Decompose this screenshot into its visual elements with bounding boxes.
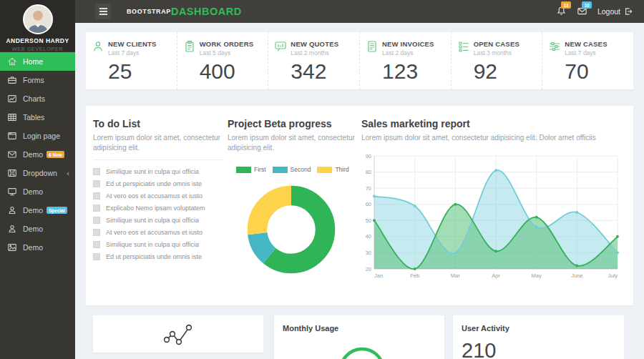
stat-title: OPEN CASES (474, 40, 519, 48)
person-outline-icon (92, 40, 104, 53)
sidebar-badge: Special (47, 207, 67, 214)
legend-label: Second (291, 166, 311, 173)
envelope-icon (7, 149, 17, 159)
legend-item[interactable]: First (236, 166, 266, 173)
svg-text:June: June (571, 272, 582, 279)
top-navbar: BOOTSTRAP DASHBOARD 13 10 Logout (75, 0, 644, 23)
stat-period: Last 2 months (291, 49, 338, 56)
sidebar-item-forms[interactable]: Forms (0, 71, 75, 89)
browser-icon (7, 131, 17, 141)
sidebar-item-home[interactable]: Home (0, 52, 75, 71)
stat-title: WORK ORDERS (200, 40, 254, 48)
todo-checkbox[interactable] (93, 241, 100, 248)
stat-card-work-orders: WORK ORDERS Last 5 days 400 (177, 32, 268, 89)
stat-card-new-quotes: NEW QUOTES Last 2 months 342 (268, 32, 359, 89)
svg-text:80: 80 (366, 169, 371, 175)
sidebar-item-label: Dropdown (23, 169, 57, 177)
stat-card-new-invoices: NEW INVOICES Last 2 days 123 (359, 32, 451, 89)
todo-checkbox[interactable] (93, 192, 100, 200)
todo-checkbox[interactable] (93, 217, 100, 224)
person-icon (7, 205, 17, 215)
sidebar-item-label: Demo (23, 150, 43, 159)
sidebar-item-demo[interactable]: Demo (0, 182, 75, 201)
sidebar-item-dropdown[interactable]: Dropdown‹ (0, 164, 75, 182)
todo-checkbox[interactable] (93, 168, 100, 175)
main-panel: To do List Lorem ipsum dolor sit amet, c… (86, 106, 633, 305)
usage-gauge (335, 347, 389, 359)
invoice-icon (366, 40, 379, 53)
todo-item: Similique sunt in culpa qui officia (93, 214, 223, 226)
brand-logo[interactable]: BOOTSTRAP DASHBOARD (127, 6, 242, 17)
sidebar-item-login-page[interactable]: Login page (0, 127, 75, 145)
todo-checkbox[interactable] (93, 180, 100, 187)
sidebar-item-charts[interactable]: Charts (0, 89, 75, 108)
svg-text:70: 70 (366, 185, 371, 192)
user-activity-card: User Activity 210 (453, 315, 624, 359)
stat-title: NEW CLIENTS (108, 40, 157, 48)
logout-button[interactable]: Logout (597, 7, 633, 16)
legend-swatch (236, 167, 251, 173)
bell-icon[interactable]: 13 (556, 6, 567, 17)
todo-checkbox[interactable] (93, 253, 100, 260)
donut-legend: First Second Third (236, 166, 355, 173)
todo-section: To do List Lorem ipsum dolor sit amet, c… (93, 118, 223, 262)
svg-text:20: 20 (366, 266, 371, 272)
stat-card-new-cases: NEW CASES Last 7 days 70 (542, 32, 633, 89)
monitor-icon (7, 187, 17, 197)
sidebar-item-demo[interactable]: Demo (0, 238, 75, 257)
bell-badge: 13 (561, 1, 571, 9)
person-icon (7, 224, 17, 234)
stat-period: Last 7 days (108, 49, 157, 56)
monthly-usage-title: Monthly Usage (283, 324, 436, 333)
legend-label: Third (335, 166, 348, 173)
stat-value: 70 (565, 59, 630, 84)
sidebar-item-demo[interactable]: Demo (0, 220, 75, 238)
chevron-left-icon: ‹ (67, 169, 69, 177)
project-progress-section: Project Beta progress Lorem ipsum dolor … (228, 118, 355, 283)
sales-subtitle: Lorem ipsum dolor sit amet, consectetur … (361, 133, 628, 143)
todo-item: At vero eos et accusamus et iusto (93, 226, 223, 238)
todo-item-label: Similique sunt in culpa qui officia (106, 241, 199, 248)
legend-item[interactable]: Second (273, 166, 311, 173)
legend-item[interactable]: Third (317, 166, 348, 173)
todo-item-label: Explicabo Nemo ipsam voluptatem (106, 205, 205, 212)
stat-card-open-cases: OPEN CASES Last 3 months 92 (451, 32, 542, 89)
window-icon (7, 168, 17, 178)
sidebar-item-tables[interactable]: Tables (0, 108, 75, 127)
sidebar-item-demo[interactable]: Demo6 New (0, 145, 75, 164)
todo-checkbox[interactable] (93, 205, 100, 212)
stat-period: Last 7 days (565, 49, 607, 56)
sliders-icon (548, 40, 561, 53)
svg-text:Mar: Mar (451, 272, 460, 279)
sparkline-card (93, 315, 263, 353)
todo-checkbox[interactable] (93, 229, 100, 236)
sidebar: ANDERSON HARDY WEB DEVELOPER HomeFormsCh… (0, 0, 75, 359)
sidebar-item-label: Home (23, 57, 43, 66)
todo-item-label: Ed ut perspiciatis unde omnis iste (106, 253, 202, 260)
todo-item: At vero eos et accusamus et iusto (93, 190, 223, 202)
stats-panel: NEW CLIENTS Last 7 days 25 WORK ORDERS L… (86, 32, 633, 89)
sidebar-item-demo[interactable]: DemoSpecial (0, 201, 75, 220)
todo-item-label: At vero eos et accusamus et iusto (106, 192, 203, 200)
todo-item: Similique sunt in culpa qui officia (93, 238, 223, 250)
stat-value: 400 (200, 59, 265, 84)
divider (93, 159, 223, 160)
sidebar-item-label: Demo (23, 187, 43, 196)
briefcase-icon (7, 75, 17, 85)
messages-icon[interactable]: 10 (577, 6, 588, 17)
messages-badge: 10 (582, 1, 592, 9)
sidebar-menu: HomeFormsChartsTablesLogin pageDemo6 New… (0, 52, 75, 257)
area-chart: 2030405060708090JanFebMarAprMayJuneJuly (361, 152, 623, 287)
image-icon (7, 242, 17, 252)
brand-accent: DASHBOARD (171, 6, 242, 17)
logout-label: Logout (597, 7, 620, 16)
checklist-icon (457, 40, 470, 53)
profile-role: WEB DEVELOPER (0, 46, 75, 52)
sidebar-item-label: Forms (23, 76, 44, 84)
legend-swatch (273, 167, 288, 173)
svg-text:Jan: Jan (374, 272, 383, 279)
svg-text:Feb: Feb (410, 272, 419, 279)
avatar-photo (24, 6, 52, 33)
menu-toggle-icon[interactable] (95, 4, 111, 19)
todo-item: Similique sunt in culpa qui officia (93, 165, 223, 177)
